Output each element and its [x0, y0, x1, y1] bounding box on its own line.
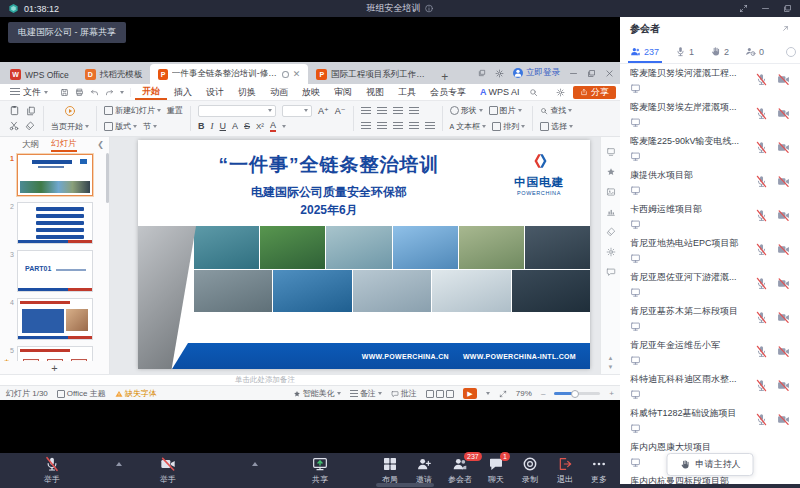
image-icon[interactable]	[606, 187, 616, 197]
participant-row[interactable]: 喀麦隆贝努埃河灌溉工程...	[620, 64, 800, 98]
mic-muted-icon[interactable]	[755, 209, 768, 222]
document-tab-2[interactable]: P 国际工程项目系列工作标准应用培训	[308, 65, 435, 84]
italic-button[interactable]: I	[211, 121, 214, 131]
reset-button[interactable]: 重置	[167, 105, 183, 116]
file-menu[interactable]: 文件	[4, 86, 54, 99]
menu-tab-审阅[interactable]: 审阅	[327, 84, 359, 100]
menu-tab-会员专享[interactable]: 会员专享	[423, 84, 473, 100]
expand-window-icon[interactable]	[739, 4, 748, 13]
number-list-icon[interactable]	[377, 107, 387, 115]
strikethrough-button[interactable]: S	[244, 121, 250, 131]
zoom-slider[interactable]	[554, 392, 600, 395]
more-filter-icon[interactable]	[786, 47, 796, 57]
help-icon[interactable]	[556, 88, 565, 97]
undo-icon[interactable]	[90, 88, 99, 97]
play-from-page-icon[interactable]	[64, 105, 76, 117]
beautify-button[interactable]: 智能美化	[293, 388, 341, 399]
slides-tab[interactable]: 幻灯片	[51, 138, 77, 152]
camera-off-icon[interactable]	[777, 209, 790, 222]
indent-increase-icon[interactable]	[409, 107, 419, 115]
participant-row[interactable]: 肯尼亚基苏木第二标段项目	[620, 302, 800, 336]
indent-decrease-icon[interactable]	[393, 107, 403, 115]
wps-restore-icon[interactable]	[587, 69, 596, 78]
brush-icon[interactable]	[606, 227, 616, 237]
wps-minimize-icon[interactable]	[569, 69, 578, 78]
add-slide-button[interactable]: +	[0, 361, 109, 374]
mic-muted-icon[interactable]	[755, 379, 768, 392]
notes-button[interactable]: 备注	[350, 388, 382, 399]
mic-muted-icon[interactable]	[755, 311, 768, 324]
participant-row[interactable]: 喀麦隆225-90kV输变电线...	[620, 132, 800, 166]
count-mic[interactable]: 1	[675, 46, 694, 57]
menu-tab-切换[interactable]: 切换	[231, 84, 263, 100]
slide-thumbnail-4[interactable]: 4	[0, 298, 109, 340]
align-left-icon[interactable]	[361, 122, 371, 130]
camera-off-icon[interactable]	[777, 141, 790, 154]
count-people[interactable]: 237	[630, 46, 659, 57]
toolbar-mic-off-button[interactable]: 举手	[30, 456, 74, 485]
menu-tab-放映[interactable]: 放映	[295, 84, 327, 100]
font-color-button[interactable]: A	[270, 120, 276, 132]
slideshow-button[interactable]: ▶	[463, 388, 477, 399]
new-tab-button[interactable]: +	[435, 70, 454, 84]
decrease-font-button[interactable]: A⁻	[335, 106, 346, 116]
mic-muted-icon[interactable]	[755, 175, 768, 188]
pop-out-icon[interactable]	[781, 24, 790, 33]
participant-row[interactable]: 喀麦隆贝努埃左岸灌溉项...	[620, 98, 800, 132]
camera-off-icon[interactable]	[777, 345, 790, 358]
format-painter-icon[interactable]	[25, 121, 35, 131]
slides-icon[interactable]	[606, 147, 616, 157]
scroll-up-icon[interactable]: ▲	[608, 355, 614, 361]
paste-icon[interactable]	[9, 105, 20, 116]
select-button[interactable]: 选择	[540, 121, 573, 132]
bullet-list-icon[interactable]	[361, 107, 371, 115]
play-from-page-button[interactable]: 当页开始	[51, 121, 89, 132]
caret-up-icon[interactable]	[252, 462, 258, 466]
notes-area[interactable]: 单击此处添加备注	[0, 374, 620, 385]
align-center-icon[interactable]	[377, 122, 387, 130]
apply-host-button[interactable]: 申请主持人	[667, 453, 754, 476]
wps-home-tab[interactable]: W WPS Office	[2, 65, 77, 84]
font-size-select[interactable]	[282, 105, 312, 117]
mic-muted-icon[interactable]	[755, 345, 768, 358]
mic-muted-icon[interactable]	[755, 413, 768, 426]
picture-button[interactable]: 图片	[489, 105, 522, 116]
menu-tab-开始[interactable]: 开始	[135, 84, 167, 100]
slide-thumbnail-1[interactable]: 1	[0, 154, 109, 196]
settings-icon[interactable]	[495, 69, 504, 78]
search-icon[interactable]	[529, 88, 538, 97]
mic-muted-icon[interactable]	[755, 141, 768, 154]
textbox-button[interactable]: A文本框	[450, 121, 487, 132]
slide-thumbnail-2[interactable]: 2	[0, 202, 109, 244]
toolbar-更多-button[interactable]: 更多	[577, 456, 621, 485]
login-button[interactable]: 立即登录	[513, 67, 560, 79]
menu-tab-工具[interactable]: 工具	[391, 84, 423, 100]
theme-indicator[interactable]: Office 主题	[57, 388, 106, 399]
menu-tab-设计[interactable]: 设计	[199, 84, 231, 100]
arrange-button[interactable]: 排列	[492, 121, 525, 132]
camera-off-icon[interactable]	[777, 107, 790, 120]
superscript-button[interactable]: X²	[256, 122, 264, 131]
star-icon[interactable]	[606, 167, 616, 177]
align-right-icon[interactable]	[393, 122, 403, 130]
caret-up-icon[interactable]	[116, 462, 122, 466]
comments-button[interactable]: 批注	[391, 388, 417, 399]
mic-muted-icon[interactable]	[755, 277, 768, 290]
redo-icon[interactable]	[105, 88, 114, 97]
layout-button[interactable]: 版式	[104, 121, 137, 132]
section-button[interactable]: 节	[143, 121, 157, 132]
zoom-out-button[interactable]: –	[541, 389, 545, 398]
participant-row[interactable]: 康提供水项目部	[620, 166, 800, 200]
menu-tab-动画[interactable]: 动画	[263, 84, 295, 100]
document-tab-active[interactable]: P 一件事全链条整治培训-修改.pptx ✕	[150, 64, 308, 84]
restore-icon[interactable]	[783, 4, 792, 13]
comment-icon[interactable]	[606, 267, 616, 277]
wps-share-button[interactable]: 分享	[573, 86, 616, 99]
reading-view-icon[interactable]	[446, 390, 454, 398]
participant-row[interactable]: 肯尼亚恩佐亚河下游灌溉...	[620, 268, 800, 302]
camera-off-icon[interactable]	[777, 379, 790, 392]
camera-off-icon[interactable]	[777, 413, 790, 426]
outline-tab[interactable]: 大纲	[22, 139, 39, 151]
normal-view-icon[interactable]	[426, 390, 434, 398]
scroll-down-icon[interactable]: ▼	[608, 364, 614, 370]
